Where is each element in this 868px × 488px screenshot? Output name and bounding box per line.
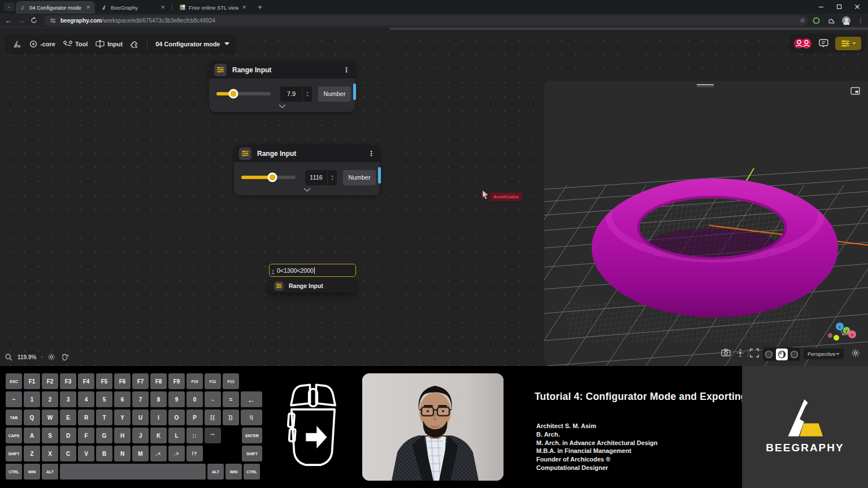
orbit-icon[interactable] xyxy=(735,348,745,358)
key-f: F xyxy=(78,428,94,443)
new-tab-button[interactable]: + xyxy=(255,3,264,12)
node-header[interactable]: Range Input ⋮ xyxy=(234,145,380,162)
negative-axis-ball[interactable] xyxy=(828,333,832,338)
mode-dropdown[interactable]: 04 Configurator mode xyxy=(155,41,229,47)
webcam-video xyxy=(362,373,504,481)
viewport-settings-icon[interactable] xyxy=(851,348,860,358)
slider-thumb[interactable] xyxy=(228,89,238,99)
tab-title: BeeGraphy xyxy=(111,5,138,11)
tab-configurator[interactable]: 04 Configurator mode ✕ xyxy=(16,1,95,14)
result-label: Range Input xyxy=(289,282,323,289)
key-]}: ]} xyxy=(223,409,239,425)
credential-line: Computational Designer xyxy=(536,464,761,472)
close-window-icon[interactable] xyxy=(854,4,860,10)
value-field[interactable]: 1116 xyxy=(305,170,327,185)
node-menu-icon[interactable]: ⋮ xyxy=(343,66,350,74)
url-bar[interactable]: beegraphy.com/workspace/edit/675473c3b3e… xyxy=(44,15,808,26)
svg-text:z: z xyxy=(839,325,841,329)
key-v: V xyxy=(78,446,94,461)
range-input-node-1[interactable]: Range Input ⋮ 7.9 ▲▼ Number xyxy=(209,61,355,112)
extension-badge-icon[interactable] xyxy=(813,17,820,24)
tab-search-icon[interactable]: ⌄ xyxy=(3,2,15,11)
stepper-arrows[interactable]: ▲▼ xyxy=(327,170,337,185)
slider-thumb[interactable] xyxy=(267,173,277,182)
value-stepper[interactable]: 1116 ▲▼ xyxy=(305,170,337,185)
rendered-mode-button[interactable] xyxy=(789,349,800,359)
canvas-scrollbar[interactable] xyxy=(390,28,868,30)
tab-beegraphy[interactable]: BeeGraphy ✕ xyxy=(97,1,170,14)
viewport-resize-handle[interactable] xyxy=(697,84,714,88)
range-input-node-2[interactable]: Range Input ⋮ 1116 ▲▼ Number xyxy=(234,145,380,195)
key-j: J xyxy=(132,428,149,443)
browser-menu-icon[interactable]: ⋮ xyxy=(858,18,863,24)
output-connector[interactable] xyxy=(353,84,356,100)
browser-profile-avatar[interactable] xyxy=(842,16,850,25)
key-9: 9 xyxy=(168,391,185,407)
back-icon[interactable]: ← xyxy=(2,16,15,25)
key-i: I xyxy=(150,409,167,425)
pan-hand-icon[interactable] xyxy=(60,354,70,361)
projection-select[interactable]: Perspective xyxy=(804,348,844,359)
wireframe-mode-button[interactable] xyxy=(764,349,774,359)
stepper-arrows[interactable]: ▲▼ xyxy=(302,86,312,102)
comments-icon[interactable] xyxy=(819,39,828,48)
key-alt: ALT xyxy=(207,464,224,480)
screenshot-icon[interactable] xyxy=(721,348,731,356)
minimize-icon[interactable] xyxy=(818,4,824,10)
configurator-params-button[interactable] xyxy=(835,37,861,50)
tab-close-icon[interactable]: ✕ xyxy=(242,5,246,10)
output-connector[interactable] xyxy=(378,167,381,184)
node-menu-icon[interactable]: ⋮ xyxy=(368,150,375,158)
value-field[interactable]: 7.9 xyxy=(280,86,302,102)
toolbar-separator xyxy=(147,40,147,49)
node-search-result[interactable]: Range Input xyxy=(269,279,356,293)
node-expander[interactable] xyxy=(209,100,355,110)
tab-stl-viewer[interactable]: Free online STL viewer ✕ xyxy=(175,1,251,14)
tab-title: Free online STL viewer xyxy=(189,5,238,11)
key-/?: /? xyxy=(186,446,203,461)
axis-gizmo[interactable]: z y x xyxy=(823,320,863,347)
node-search-input[interactable]: ⌶ 0<1300<2000 xyxy=(269,264,356,277)
extensions-puzzle-icon[interactable] xyxy=(827,17,835,24)
key-=: = xyxy=(223,391,239,407)
collaborator-avatar xyxy=(801,38,812,49)
zoom-level[interactable]: 119.9% xyxy=(18,354,36,360)
menu-core[interactable]: -core xyxy=(29,40,55,48)
node-canvas[interactable]: -core Tool Input 04 Configurator mode xyxy=(0,27,868,366)
collab-toolbar xyxy=(789,34,866,53)
canvas-settings-icon[interactable] xyxy=(47,353,55,361)
beegraphy-logo-icon[interactable] xyxy=(12,40,21,48)
menu-tool[interactable]: Tool xyxy=(63,40,88,47)
tab-close-icon[interactable]: ✕ xyxy=(86,5,90,10)
site-info-icon[interactable] xyxy=(50,18,56,24)
node-header[interactable]: Range Input ⋮ xyxy=(209,61,355,79)
shaded-mode-button[interactable] xyxy=(776,348,788,360)
zoom-icon[interactable] xyxy=(5,354,12,361)
node-expander[interactable] xyxy=(234,184,380,194)
pip-icon[interactable] xyxy=(850,87,860,95)
window-controls xyxy=(818,0,865,14)
output-type-button[interactable]: Number xyxy=(343,170,376,185)
output-type-button[interactable]: Number xyxy=(318,86,351,102)
range-slider[interactable] xyxy=(216,92,271,95)
key-esc: ESC xyxy=(6,373,22,389)
collaborator-avatars[interactable] xyxy=(793,38,812,49)
menu-input[interactable]: Input xyxy=(96,40,123,47)
key-f12: F12 xyxy=(223,373,239,389)
beegraphy-logo xyxy=(779,398,831,441)
forward-icon[interactable]: → xyxy=(15,16,28,25)
maximize-icon[interactable] xyxy=(836,4,842,10)
text-cursor-icon: ⌶ xyxy=(271,269,275,276)
key-f3: F3 xyxy=(60,373,76,389)
origin-ball[interactable] xyxy=(834,335,839,341)
fit-view-icon[interactable] xyxy=(750,348,759,358)
value-stepper[interactable]: 7.9 ▲▼ xyxy=(280,86,312,102)
tab-close-icon[interactable]: ✕ xyxy=(160,5,165,10)
key-,<: ,< xyxy=(150,446,167,461)
range-slider[interactable] xyxy=(241,176,296,179)
key-m: M xyxy=(132,446,149,461)
reload-icon[interactable] xyxy=(31,17,37,24)
bookmark-star-icon[interactable]: ☆ xyxy=(800,17,805,24)
plugins-icon[interactable] xyxy=(131,40,139,48)
viewport-3d[interactable]: z y x Perspective xyxy=(544,81,868,367)
